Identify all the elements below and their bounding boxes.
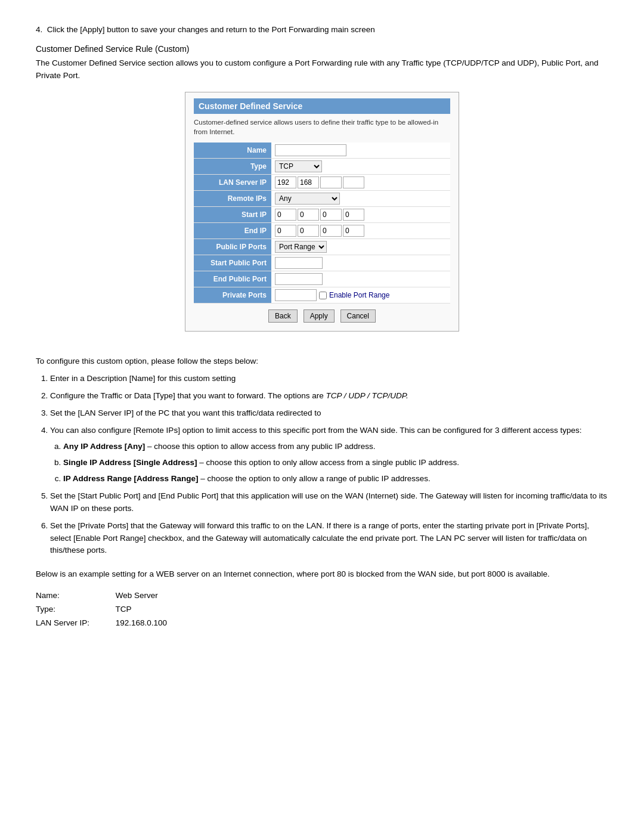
lan-server-ip-cell	[271, 175, 450, 191]
end-public-port-row: End Public Port	[194, 271, 450, 287]
start-ip-octet4[interactable]	[343, 209, 364, 221]
end-ip-octet4[interactable]	[343, 225, 364, 237]
form-wrapper: Customer Defined Service Customer-define…	[36, 92, 608, 346]
step3-item: Set the [LAN Server IP] of the PC that y…	[50, 407, 608, 420]
example-lan-row: LAN Server IP: 192.168.0.100	[36, 617, 608, 630]
end-ip-octet1[interactable]	[275, 225, 296, 237]
sub-step-a-text: – choose this option to allow access fro…	[145, 442, 375, 451]
start-public-port-label: Start Public Port	[194, 255, 271, 271]
name-row: Name	[194, 143, 450, 159]
form-table: Name Type TCP UDP TCP/UDP LAN Server IP	[194, 143, 450, 304]
private-ports-row: Private Ports Enable Port Range	[194, 287, 450, 304]
bottom-para: Below is an example setting for a WEB se…	[36, 568, 608, 581]
step5-text: Set the [Start Public Port] and [End Pub…	[50, 491, 607, 513]
end-ip-row: End IP	[194, 223, 450, 239]
start-ip-octet1[interactable]	[275, 209, 296, 221]
example-lan-label: LAN Server IP:	[36, 617, 113, 630]
back-button[interactable]: Back	[268, 309, 298, 323]
start-ip-label: Start IP	[194, 207, 271, 223]
cancel-button[interactable]: Cancel	[340, 309, 376, 323]
lan-ip-octet4[interactable]	[343, 176, 364, 188]
example-name-label: Name:	[36, 589, 113, 603]
start-ip-cell	[271, 207, 450, 223]
start-public-port-cell	[271, 255, 450, 271]
sub-step-b-text: – choose this option to only allow acces…	[197, 458, 460, 467]
remote-ips-select[interactable]: Any Single Address Address Range	[275, 193, 340, 205]
form-buttons: Back Apply Cancel	[194, 309, 450, 323]
enable-port-range-label: Enable Port Range	[329, 291, 389, 299]
example-name-value: Web Server	[116, 591, 158, 600]
step6-item: Set the [Private Ports] that the Gateway…	[50, 520, 608, 558]
step3-text: Set the [LAN Server IP] of the PC that y…	[50, 408, 321, 417]
name-label: Name	[194, 143, 271, 159]
example-type-label: Type:	[36, 603, 113, 617]
configure-intro: To configure this custom option, please …	[36, 357, 608, 366]
step4-text: Click the [Apply] button to save your ch…	[47, 25, 375, 34]
start-public-port-input[interactable]	[275, 257, 323, 269]
step4-main-item: You can also configure [Remote IPs] opti…	[50, 425, 608, 485]
sub-step-c: IP Address Range [Address Range] – choos…	[63, 473, 608, 485]
main-steps-list: Enter in a Description [Name] for this c…	[36, 373, 608, 557]
step1-text: Enter in a Description [Name] for this c…	[50, 374, 236, 383]
lan-server-ip-label: LAN Server IP	[194, 175, 271, 191]
start-ip-octet3[interactable]	[320, 209, 342, 221]
sub-step-c-label: IP Address Range [Address Range]	[63, 474, 199, 483]
intro-section: Customer Defined Service Rule (Custom) T…	[36, 44, 608, 82]
end-ip-octet3[interactable]	[320, 225, 342, 237]
step2-italic: TCP / UDP / TCP/UDP.	[326, 391, 408, 400]
sub-step-a-label: Any IP Address [Any]	[63, 442, 145, 451]
section-para: The Customer Defined Service section all…	[36, 57, 608, 82]
public-ip-ports-cell: Port Range Single Port	[271, 239, 450, 255]
lan-ip-group	[275, 176, 447, 188]
name-cell	[271, 143, 450, 159]
lan-ip-octet2[interactable]	[298, 176, 319, 188]
sub-step-b-label: Single IP Address [Single Address]	[63, 458, 197, 467]
example-lan-value: 192.168.0.100	[116, 618, 167, 627]
step2-item: Configure the Traffic or Data [Type] tha…	[50, 390, 608, 402]
lan-server-ip-row: LAN Server IP	[194, 175, 450, 191]
step6-text: Set the [Private Ports] that the Gateway…	[50, 521, 589, 555]
customer-defined-service-form: Customer Defined Service Customer-define…	[185, 92, 459, 332]
example-type-value: TCP	[116, 605, 132, 614]
end-ip-cell	[271, 223, 450, 239]
lan-ip-octet3[interactable]	[320, 176, 342, 188]
sub-steps-list: Any IP Address [Any] – choose this optio…	[50, 441, 608, 485]
example-block: Name: Web Server Type: TCP LAN Server IP…	[36, 589, 608, 630]
example-name-row: Name: Web Server	[36, 589, 608, 603]
end-ip-group	[275, 225, 447, 237]
example-type-row: Type: TCP	[36, 603, 608, 617]
remote-ips-row: Remote IPs Any Single Address Address Ra…	[194, 191, 450, 207]
public-ip-ports-label: Public IP Ports	[194, 239, 271, 255]
type-label: Type	[194, 159, 271, 175]
name-input[interactable]	[275, 144, 346, 156]
lan-ip-octet1[interactable]	[275, 176, 296, 188]
bottom-section: Below is an example setting for a WEB se…	[36, 568, 608, 630]
public-ip-ports-select[interactable]: Port Range Single Port	[275, 241, 327, 253]
sub-step-c-text: – choose the option to only allow a rang…	[199, 474, 431, 483]
type-row: Type TCP UDP TCP/UDP	[194, 159, 450, 175]
section-title: Customer Defined Service Rule (Custom)	[36, 44, 608, 54]
step4-main-text: You can also configure [Remote IPs] opti…	[50, 426, 581, 435]
public-ip-ports-row: Public IP Ports Port Range Single Port	[194, 239, 450, 255]
step1-item: Enter in a Description [Name] for this c…	[50, 373, 608, 385]
start-ip-group	[275, 209, 447, 221]
enable-port-range-checkbox[interactable]	[319, 292, 327, 299]
private-ports-input[interactable]	[275, 289, 317, 301]
form-title: Customer Defined Service	[194, 98, 450, 114]
type-select[interactable]: TCP UDP TCP/UDP	[275, 160, 322, 172]
private-ports-group: Enable Port Range	[275, 289, 447, 301]
step4-item: 4. Click the [Apply] button to save your…	[36, 24, 608, 36]
sub-step-b: Single IP Address [Single Address] – cho…	[63, 457, 608, 469]
end-ip-octet2[interactable]	[298, 225, 319, 237]
start-ip-row: Start IP	[194, 207, 450, 223]
private-ports-cell: Enable Port Range	[271, 287, 450, 304]
remote-ips-cell: Any Single Address Address Range	[271, 191, 450, 207]
end-public-port-input[interactable]	[275, 273, 323, 285]
private-ports-label: Private Ports	[194, 287, 271, 304]
remote-ips-label: Remote IPs	[194, 191, 271, 207]
end-public-port-label: End Public Port	[194, 271, 271, 287]
start-public-port-row: Start Public Port	[194, 255, 450, 271]
type-cell: TCP UDP TCP/UDP	[271, 159, 450, 175]
apply-button[interactable]: Apply	[304, 309, 335, 323]
start-ip-octet2[interactable]	[298, 209, 319, 221]
